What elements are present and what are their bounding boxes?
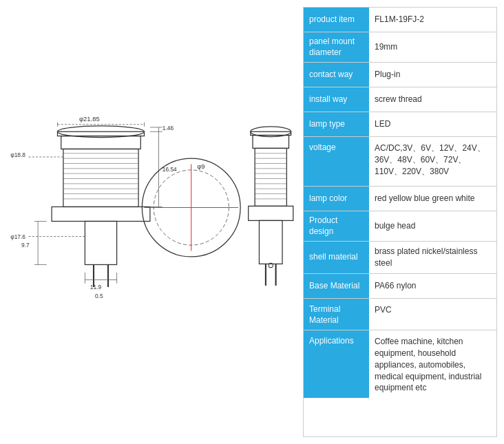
label-lamp-type: lamp type (304, 112, 369, 136)
svg-rect-1 (58, 131, 145, 136)
label-base-material: Base Material (304, 274, 369, 298)
value-lamp-type: LED (369, 112, 496, 136)
dim-w2: 0.5 (95, 293, 103, 299)
row-product-item: product item FL1M-19FJ-2 (304, 8, 496, 32)
value-shell-material: brass plated nickel/stainless steel (369, 242, 496, 273)
row-applications: Applications Coffee machine, kitchen equ… (304, 330, 496, 398)
dim-d3: φ17.6 (10, 233, 25, 240)
row-terminal-material: Terminal Material PVC (304, 299, 496, 330)
svg-rect-41 (255, 148, 286, 206)
svg-rect-53 (259, 220, 282, 264)
value-base-material: PA66 nylon (369, 274, 496, 298)
technical-diagram: φ21.85 φ18.8 φ17.6 16.54 1.46 9.7 (7, 7, 296, 437)
dim-h2: 1.46 (162, 125, 174, 131)
value-install-way: screw thread (369, 87, 496, 112)
value-contact-way: Plug-in (369, 63, 496, 87)
row-lamp-color: lamp color red yellow blue green white (304, 187, 496, 211)
value-terminal-material: PVC (369, 299, 496, 330)
label-lamp-color: lamp color (304, 187, 369, 211)
label-install-way: install way (304, 87, 369, 112)
dim-h3: 9.7 (21, 242, 30, 249)
label-product-design: Product design (304, 211, 369, 241)
value-voltage: AC/DC,3V、6V、12V、24V、36V、48V、60V、72V、110V… (369, 137, 496, 186)
spec-table: product item FL1M-19FJ-2 panel mount dia… (303, 7, 497, 437)
row-install-way: install way screw thread (304, 87, 496, 112)
label-terminal-material: Terminal Material (304, 299, 369, 330)
row-shell-material: shell material brass plated nickel/stain… (304, 242, 496, 274)
svg-rect-14 (52, 207, 150, 221)
label-product-item: product item (304, 8, 369, 32)
svg-rect-52 (249, 206, 293, 220)
row-panel-mount: panel mount diameter 19mm (304, 32, 496, 63)
svg-rect-39 (251, 131, 291, 135)
dim-h1: 16.54 (162, 166, 177, 173)
dim-d2: φ18.8 (10, 151, 25, 158)
svg-rect-3 (63, 149, 138, 207)
label-applications: Applications (304, 330, 369, 398)
label-contact-way: contact way (304, 63, 369, 87)
dim-w1: 11.9 (90, 284, 102, 290)
row-contact-way: contact way Plug-in (304, 63, 496, 87)
value-lamp-color: red yellow blue green white (369, 187, 496, 211)
svg-rect-15 (85, 221, 116, 264)
row-lamp-type: lamp type LED (304, 112, 496, 137)
label-voltage: voltage (304, 137, 369, 186)
value-product-item: FL1M-19FJ-2 (369, 8, 496, 32)
value-product-design: bulge head (369, 211, 496, 241)
row-voltage: voltage AC/DC,3V、6V、12V、24V、36V、48V、60V、… (304, 137, 496, 187)
dim-d4: φ9 (197, 162, 204, 170)
label-shell-material: shell material (304, 242, 369, 273)
svg-rect-40 (253, 136, 289, 149)
svg-rect-2 (61, 136, 141, 149)
value-applications: Coffee machine, kitchen equipment, house… (369, 330, 496, 398)
label-panel-mount: panel mount diameter (304, 32, 369, 62)
value-panel-mount: 19mm (369, 32, 496, 62)
dim-d1: φ21.85 (79, 115, 100, 123)
row-base-material: Base Material PA66 nylon (304, 274, 496, 299)
diagram-section: φ21.85 φ18.8 φ17.6 16.54 1.46 9.7 (7, 7, 296, 437)
row-product-design: Product design bulge head (304, 211, 496, 242)
